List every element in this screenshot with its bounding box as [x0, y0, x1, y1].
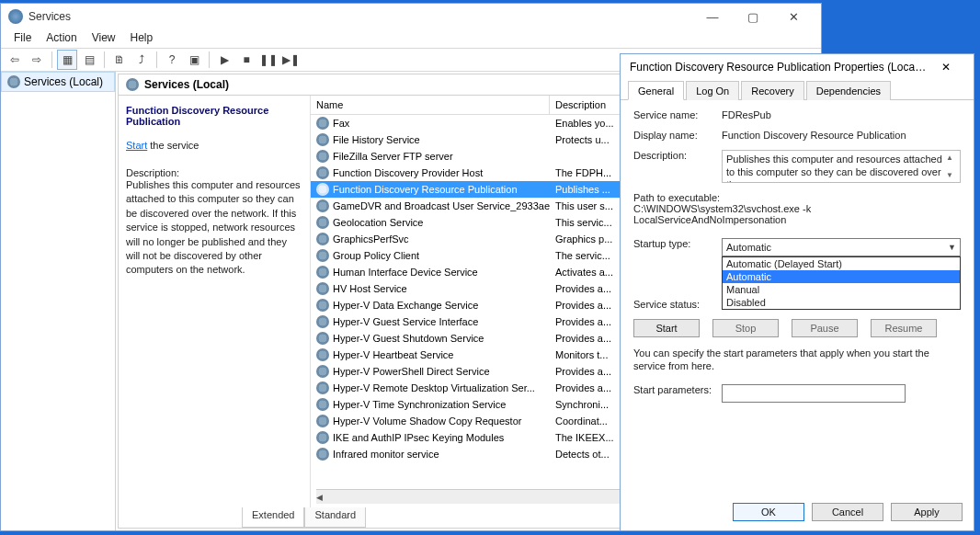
label-service-name: Service name: — [633, 109, 722, 120]
gear-icon — [316, 117, 329, 130]
start-service-button[interactable]: ▶ — [214, 50, 234, 70]
export-button[interactable]: ⤴ — [131, 50, 152, 70]
tree-services-local[interactable]: Services (Local) — [1, 72, 115, 92]
tab-extended[interactable]: Extended — [242, 507, 304, 528]
option-disabled[interactable]: Disabled — [723, 296, 960, 309]
gear-icon — [316, 183, 329, 196]
dialog-titlebar: Function Discovery Resource Publication … — [621, 54, 974, 80]
value-path: C:\WINDOWS\system32\svchost.exe -k Local… — [633, 203, 961, 225]
start-button[interactable]: Start — [633, 319, 700, 337]
menubar: File Action View Help — [1, 29, 821, 48]
value-service-name: FDResPub — [722, 109, 961, 120]
maximize-button[interactable]: ▢ — [733, 4, 773, 29]
gear-icon — [316, 398, 329, 411]
option-automatic[interactable]: Automatic — [723, 270, 960, 283]
nav-forward-button[interactable]: ⇨ — [27, 50, 47, 70]
window-title: Services — [28, 10, 692, 23]
gear-icon — [316, 332, 329, 345]
label-description: Description: — [633, 150, 722, 161]
label-service-status: Service status: — [633, 299, 722, 310]
help-button[interactable]: ? — [162, 50, 182, 70]
gear-icon — [316, 365, 329, 378]
tree-item-label: Services (Local) — [24, 75, 103, 88]
titlebar: Services — ▢ ✕ — [1, 4, 821, 29]
cancel-button[interactable]: Cancel — [812, 503, 883, 521]
startup-type-dropdown: Automatic (Delayed Start) Automatic Manu… — [722, 256, 961, 310]
minimize-button[interactable]: — — [692, 4, 733, 29]
startup-type-combobox[interactable]: Automatic ▼ — [722, 238, 961, 256]
stop-service-button[interactable]: ■ — [236, 50, 256, 70]
services-icon — [8, 9, 23, 24]
detail-service-name: Function Discovery Resource Publication — [126, 105, 302, 127]
desc-scrollbar[interactable]: ▲▼ — [943, 154, 956, 179]
cell-name-text: Group Policy Client — [333, 250, 419, 261]
apply-button[interactable]: Apply — [891, 503, 963, 521]
nav-back-button[interactable]: ⇦ — [5, 50, 25, 70]
start-params-input[interactable] — [722, 384, 906, 403]
label-startup-type: Startup type: — [633, 238, 722, 249]
start-link[interactable]: Start — [126, 140, 147, 151]
hint-text: You can specify the start parameters tha… — [633, 347, 961, 373]
desc-label: Description: — [126, 167, 302, 178]
tab-standard[interactable]: Standard — [304, 507, 366, 528]
properties-button[interactable]: 🗎 — [109, 50, 130, 70]
cell-name-text: Function Discovery Resource Publication — [333, 184, 518, 195]
tab-dependencies[interactable]: Dependencies — [806, 81, 891, 100]
column-name[interactable]: Name — [311, 96, 550, 114]
cell-name-text: Fax — [333, 118, 349, 129]
stop-button: Stop — [712, 319, 779, 337]
cell-name-text: Geolocation Service — [333, 217, 423, 228]
menu-file[interactable]: File — [6, 29, 39, 48]
cell-name-text: Hyper-V Guest Shutdown Service — [333, 333, 484, 344]
cell-name-text: HV Host Service — [333, 283, 407, 294]
menu-help[interactable]: Help — [123, 29, 161, 48]
close-button[interactable]: ✕ — [773, 4, 814, 29]
right-panel-title: Services (Local) — [144, 78, 229, 91]
gear-icon — [316, 431, 329, 444]
gear-icon — [316, 233, 329, 245]
view-list-button[interactable]: ▤ — [79, 50, 99, 70]
dialog-title: Function Discovery Resource Publication … — [630, 61, 928, 74]
pause-service-button[interactable]: ❚❚ — [258, 50, 279, 70]
gear-icon — [7, 75, 20, 88]
label-display-name: Display name: — [633, 130, 722, 141]
gear-icon — [316, 266, 329, 279]
dialog-tabs: General Log On Recovery Dependencies — [621, 80, 974, 100]
resume-button: Resume — [871, 319, 937, 337]
option-automatic-delayed[interactable]: Automatic (Delayed Start) — [723, 257, 960, 270]
gear-icon — [316, 299, 329, 312]
menu-action[interactable]: Action — [39, 29, 84, 48]
option-manual[interactable]: Manual — [723, 283, 960, 296]
restart-service-button[interactable]: ▶❚ — [280, 50, 301, 70]
menu-view[interactable]: View — [85, 29, 123, 48]
gear-icon — [316, 415, 329, 427]
gear-icon — [316, 150, 329, 163]
view-detail-button[interactable]: ▦ — [57, 50, 77, 70]
label-path: Path to executable: — [633, 192, 961, 203]
tab-logon[interactable]: Log On — [686, 81, 739, 100]
tab-general[interactable]: General — [628, 81, 684, 100]
gear-icon — [316, 216, 329, 229]
gear-icon — [316, 282, 329, 295]
value-display-name: Function Discovery Resource Publication — [722, 130, 961, 141]
gear-icon — [316, 166, 329, 179]
gear-icon — [316, 315, 329, 328]
start-suffix: the service — [147, 140, 199, 151]
cell-name-text: Function Discovery Provider Host — [333, 167, 483, 178]
cell-name-text: Human Interface Device Service — [333, 267, 478, 278]
tab-recovery[interactable]: Recovery — [741, 81, 803, 100]
cell-name-text: Hyper-V Volume Shadow Copy Requestor — [333, 415, 521, 427]
ok-button[interactable]: OK — [733, 503, 804, 521]
dialog-close-button[interactable]: ✕ — [928, 61, 964, 74]
tree-panel: Services (Local) — [1, 72, 116, 530]
gear-icon — [316, 249, 329, 262]
refresh-button[interactable]: ▣ — [184, 50, 204, 70]
gear-icon — [316, 448, 329, 461]
cell-name-text: File History Service — [333, 134, 420, 145]
gear-icon — [316, 381, 329, 394]
cell-name-text: FileZilla Server FTP server — [333, 151, 453, 162]
chevron-down-icon: ▼ — [948, 243, 956, 252]
pause-button: Pause — [792, 319, 858, 337]
startup-type-selected: Automatic — [726, 242, 771, 253]
gear-icon — [316, 348, 329, 361]
